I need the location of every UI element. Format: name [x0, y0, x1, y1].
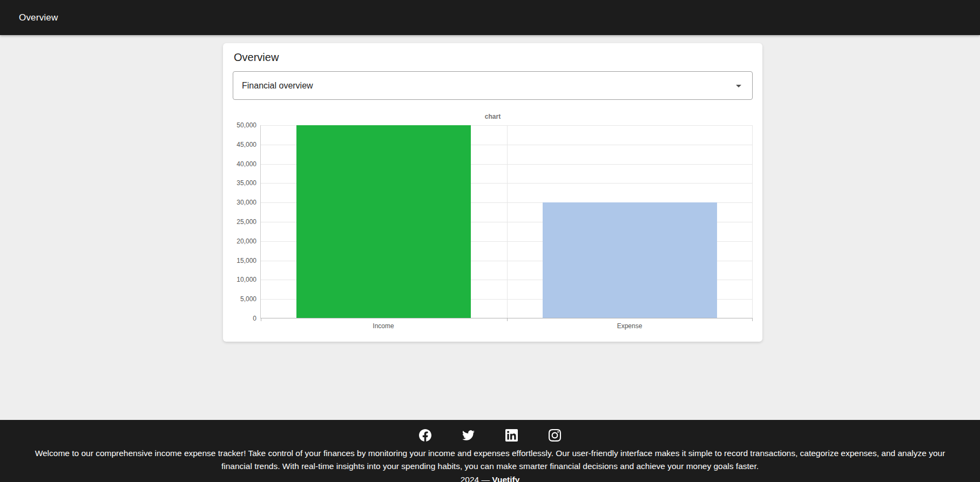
x-category-label: Expense — [506, 322, 753, 330]
y-tick-label: 10,000 — [236, 276, 256, 283]
instagram-icon[interactable] — [549, 429, 561, 442]
axis-tick — [261, 318, 261, 321]
brand-name: Vuetify — [492, 475, 519, 482]
bar-expense[interactable] — [543, 202, 717, 318]
y-axis-labels: 05,00010,00015,00020,00025,00030,00035,0… — [233, 125, 260, 318]
axis-tick — [752, 318, 753, 321]
facebook-icon[interactable] — [419, 429, 431, 442]
chart-title: chart — [233, 112, 753, 121]
chevron-down-icon — [736, 85, 741, 87]
axis-tick — [507, 318, 508, 321]
footer-description: Welcome to our comprehensive income expe… — [0, 447, 980, 473]
y-tick-label: 40,000 — [236, 161, 256, 167]
app-bar: Overview — [0, 0, 980, 35]
y-tick-label: 50,000 — [236, 122, 256, 128]
overview-card: Overview Financial overview chart 05,000… — [223, 43, 762, 342]
y-tick-label: 25,000 — [236, 219, 256, 225]
app-bar-title: Overview — [19, 12, 58, 23]
y-tick-label: 45,000 — [236, 141, 256, 148]
copyright-year: 2024 — — [461, 475, 490, 482]
y-tick-label: 30,000 — [236, 199, 256, 206]
card-title: Overview — [234, 51, 753, 64]
y-tick-label: 0 — [253, 315, 256, 322]
social-icons-row — [0, 426, 980, 444]
plot-area — [260, 125, 753, 318]
gridline-vertical — [752, 125, 753, 318]
gridline-vertical — [507, 125, 508, 318]
main-content: Overview Financial overview chart 05,000… — [0, 35, 980, 420]
y-tick-label: 5,000 — [240, 296, 256, 302]
linkedin-icon[interactable] — [505, 429, 518, 442]
footer-copyright: 2024 — Vuetify — [0, 473, 980, 482]
twitter-icon[interactable] — [462, 429, 475, 442]
x-category-label: Income — [260, 322, 506, 330]
report-type-select[interactable]: Financial overview — [233, 71, 753, 100]
y-tick-label: 35,000 — [236, 180, 256, 186]
plot-row: 05,00010,00015,00020,00025,00030,00035,0… — [233, 125, 753, 318]
bar-chart: chart 05,00010,00015,00020,00025,00030,0… — [233, 112, 753, 330]
bar-income[interactable] — [296, 125, 471, 318]
y-tick-label: 15,000 — [236, 257, 256, 264]
x-axis-line — [261, 318, 753, 318]
y-tick-label: 20,000 — [236, 238, 256, 245]
report-type-select-value: Financial overview — [242, 81, 313, 91]
footer: Welcome to our comprehensive income expe… — [0, 420, 980, 482]
